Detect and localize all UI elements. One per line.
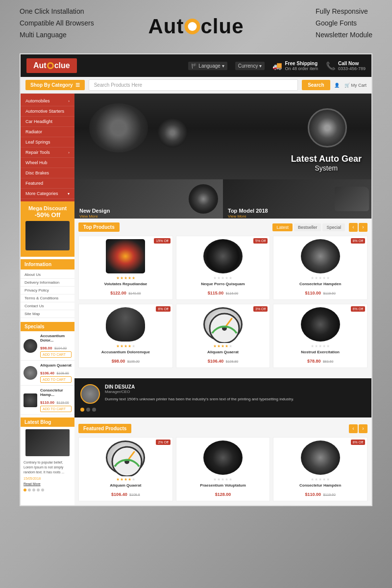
blog-read-more[interactable]: Read More [21, 481, 74, 487]
star-icon: ★ [213, 477, 217, 482]
sidebar-item-wheel-hub[interactable]: Wheel Hub [21, 158, 74, 168]
info-contact[interactable]: Contact Us [21, 302, 74, 310]
search-input[interactable]: Search Products Here [89, 79, 298, 91]
featured-image-1 [106, 441, 145, 475]
sidebar-latest-blog: Latest Blog Contrary to popular belief, … [21, 417, 74, 493]
product-old-price-4: $106.00 [127, 360, 140, 363]
sidebar-item-featured[interactable]: Featured [21, 178, 74, 189]
featured-image-3 [301, 441, 340, 475]
product-name-6: Nostrud Exercitation [276, 350, 364, 354]
blog-dot-4[interactable] [37, 489, 40, 491]
hero-subtitle: System [291, 164, 362, 172]
shipping-sub: On 48 order item [285, 66, 318, 71]
blog-dot-5[interactable] [41, 489, 44, 491]
sidebar-item-more-categories[interactable]: More Categories ▾ [21, 189, 74, 199]
star-icon: ★ [128, 276, 131, 280]
product-badge-5: 3% Off [253, 306, 268, 312]
star-icon: ★ [132, 477, 135, 482]
testimonial-dot-3[interactable] [92, 408, 96, 412]
featured-stars-3: ★ ★ ★ ★ ★ [276, 477, 364, 482]
special-thumb-1 [24, 339, 37, 353]
add-to-cart-1[interactable]: ADD TO CART [40, 351, 72, 358]
blog-dot-2[interactable] [28, 489, 31, 491]
tab-special[interactable]: Special [322, 223, 345, 231]
sidebar-item-repair-tools[interactable]: Repair Tools › [21, 147, 74, 158]
featured-card-2: ★ ★ ★ ★ ★ Praesentium Voluptatum $128.00 [176, 437, 270, 501]
hero-title: Latest Auto Gear [291, 154, 362, 164]
sidebar-item-car-headlight[interactable]: Car Headlight [21, 117, 74, 127]
sidebar-label-automobiles: Automobiles [25, 98, 50, 103]
sidebar-item-automotive-starters[interactable]: Automotive Starters [21, 106, 74, 117]
testimonial-section: DIN DESUZA Manager/CEO Dummy text 1506's… [74, 378, 371, 417]
featured-card-1: 2% Off ★ ★ ★ [78, 437, 173, 501]
featured-badge-1: 2% Off [156, 440, 170, 445]
store-main-content: Latest Auto Gear System New Design View … [74, 94, 371, 505]
sidebar-item-leaf-springs[interactable]: Leaf Springs [21, 137, 74, 147]
product-pricing-3: $110.00 $119.60 [276, 288, 364, 296]
blog-dot-1[interactable] [24, 489, 26, 491]
search-button-label: Search [308, 82, 324, 88]
wheel-visual-left [189, 184, 218, 214]
search-placeholder: Search Products Here [94, 82, 142, 88]
featured-stars-2: ★ ★ ★ ★ ★ [179, 477, 267, 482]
user-icon-area[interactable]: 👤 [334, 83, 340, 88]
sub-banners: New Design View More Top Model 2018 View… [74, 179, 371, 219]
store-logo: Autclue [26, 58, 77, 73]
star-icon: ★ [120, 344, 123, 348]
featured-products-section: Featured Products ‹ › 2% Off [74, 420, 371, 505]
sidebar-item-radiator[interactable]: Radiator [21, 127, 74, 137]
feature-item: Newsletter Module [316, 31, 372, 39]
tab-latest[interactable]: Latest [272, 223, 293, 231]
sub-banner-link-left[interactable]: View More [79, 214, 98, 219]
product-name-1: Volutates Repudiandae [82, 282, 170, 286]
featured-pricing-3: $110.00 $119.60 [276, 489, 364, 498]
sub-banner-link-right[interactable]: View More [228, 214, 246, 219]
product-pricing-4: $98.00 $106.00 [82, 356, 170, 365]
info-terms[interactable]: Terms & Conditions [21, 294, 74, 302]
blog-date: 15/05/2018 [21, 476, 74, 481]
sidebar-item-automobiles[interactable]: Automobiles › [21, 96, 74, 106]
featured-pricing-1: $106.40 $108.8 [82, 489, 170, 498]
sidebar-item-disc-brakes[interactable]: Disc Brakes [21, 168, 74, 178]
star-icon: ★ [318, 344, 322, 348]
star-icon: ★ [322, 344, 326, 348]
star-icon: ★ [311, 344, 314, 348]
search-button[interactable]: Search [302, 80, 330, 90]
featured-nav-prev[interactable]: ‹ [349, 424, 358, 433]
currency-selector[interactable]: Currency ▾ [235, 62, 265, 70]
blog-dot-3[interactable] [32, 489, 35, 491]
sidebar-label: Radiator [25, 129, 42, 134]
cart-area[interactable]: 🛒 My Cart [344, 83, 367, 88]
star-icon: ★ [326, 344, 330, 348]
search-bar: Shop By Category ☰ Search Products Here … [21, 77, 371, 94]
specials-title: Specials [21, 322, 74, 331]
special-info-1: Accusantium Dolor... $98.00 $104.00 ADD … [40, 334, 72, 358]
nav-next[interactable]: › [359, 223, 368, 232]
testimonial-name: DIN DESUZA [105, 384, 366, 390]
language-selector[interactable]: 🏴 Language ▾ [188, 62, 227, 70]
special-info-3: Consectetur Hamp... $110.00 $119.00 ADD … [40, 388, 72, 412]
promo-discount: -50% Off [24, 211, 71, 219]
special-price-2: $106.40 [40, 371, 54, 375]
info-about-us[interactable]: About Us [21, 271, 74, 279]
nav-prev[interactable]: ‹ [349, 223, 358, 232]
info-privacy[interactable]: Privacy Policy [21, 287, 74, 294]
tab-bestseller[interactable]: Bestseller [294, 223, 321, 231]
featured-old-price-3: $119.60 [323, 493, 336, 496]
product-card-5: 3% Off ★ ★ ★ [176, 304, 270, 368]
add-to-cart-3[interactable]: ADD TO CART [40, 406, 72, 412]
featured-products-grid: 2% Off ★ ★ ★ [78, 437, 368, 501]
testimonial-dot-2[interactable] [86, 408, 90, 412]
featured-nav-next[interactable]: › [359, 424, 368, 433]
category-button[interactable]: Shop By Category ☰ [25, 80, 85, 90]
testimonial-dot-1[interactable] [80, 408, 84, 412]
special-price-1: $98.00 [40, 346, 52, 350]
phone-icon: 📞 [326, 61, 336, 71]
info-delivery[interactable]: Delivery Information [21, 279, 74, 287]
star-icon: ★ [124, 477, 127, 482]
featured-nav: ‹ › [349, 424, 368, 433]
info-sitemap[interactable]: Site Map [21, 310, 74, 318]
gear-knob [158, 118, 187, 147]
add-to-cart-2[interactable]: ADD TO CART [40, 376, 72, 383]
star-icon: ★ [132, 344, 135, 348]
